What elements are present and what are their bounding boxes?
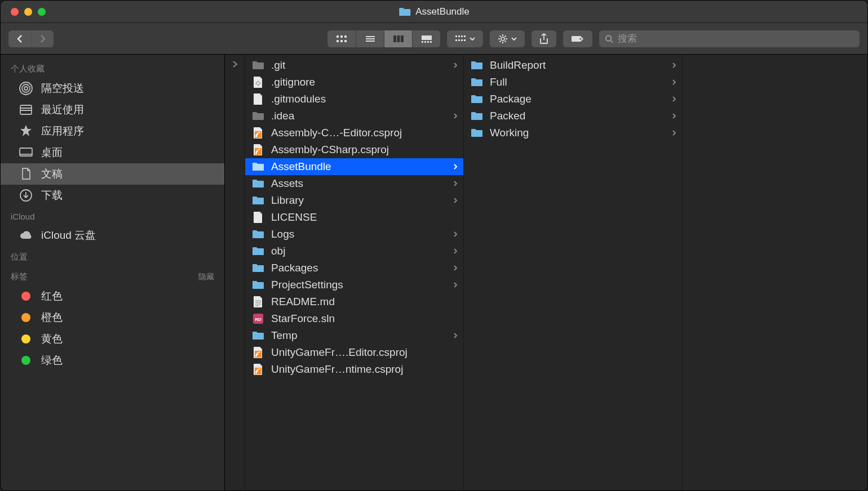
sidebar-item-label: 隔空投送: [41, 81, 84, 96]
column-browser: .git.gitignore.gitmodules.ideaAssembly-C…: [225, 55, 867, 490]
file-row[interactable]: .idea: [245, 108, 463, 124]
chevron-right-icon: [450, 180, 458, 187]
sidebar: 个人收藏隔空投送最近使用应用程序桌面文稿下载iCloudiCloud 云盘位置标…: [1, 55, 225, 490]
folder-icon: [252, 279, 264, 291]
chevron-down-icon: [511, 37, 517, 41]
view-icons-button[interactable]: [327, 30, 356, 47]
file-label: Library: [271, 194, 443, 207]
sidebar-item-desktop[interactable]: 桌面: [1, 142, 224, 163]
share-button[interactable]: [532, 30, 556, 47]
folder-gray-icon: [252, 110, 264, 122]
file-row[interactable]: Library: [245, 192, 463, 209]
search-box[interactable]: [599, 30, 860, 47]
svg-rect-22: [458, 39, 460, 41]
sidebar-item-label: 黄色: [41, 332, 63, 346]
sidebar-item-documents[interactable]: 文稿: [1, 163, 224, 185]
file-row[interactable]: Assembly-C…-Editor.csproj: [245, 124, 463, 141]
svg-rect-40: [20, 105, 32, 114]
file-row[interactable]: Assembly-CSharp.csproj: [245, 141, 463, 158]
folder-icon: [252, 262, 264, 274]
tag-button[interactable]: [563, 30, 592, 47]
sidebar-item-recents[interactable]: 最近使用: [1, 99, 224, 120]
text-file-icon: [252, 296, 264, 308]
folder-icon: [252, 160, 264, 173]
folder-icon: [471, 76, 483, 88]
file-row[interactable]: Temp: [245, 327, 463, 344]
nav-group: [8, 30, 54, 47]
file-row[interactable]: .gitmodules: [245, 91, 463, 108]
svg-point-34: [580, 38, 582, 39]
sidebar-item-airdrop[interactable]: 隔空投送: [1, 78, 224, 99]
file-row[interactable]: Packages: [245, 260, 463, 276]
sidebar-item-icloud-drive[interactable]: iCloud 云盘: [1, 225, 224, 246]
action-menu-button[interactable]: [490, 30, 525, 47]
sidebar-item-tag-green[interactable]: 绿色: [1, 350, 224, 371]
downloads-icon: [19, 188, 33, 203]
file-row[interactable]: Full: [464, 74, 682, 91]
rss-file-icon: [252, 144, 264, 156]
file-row[interactable]: Working: [464, 124, 682, 141]
group-by-button[interactable]: [447, 30, 483, 47]
sidebar-item-label: 桌面: [41, 145, 63, 160]
svg-rect-12: [422, 35, 432, 40]
search-icon: [605, 34, 613, 43]
svg-point-62: [256, 355, 257, 356]
file-row[interactable]: UnityGameFr…ntime.csproj: [245, 361, 463, 378]
parent-column-nav[interactable]: [225, 55, 245, 490]
svg-line-31: [505, 41, 506, 42]
file-row[interactable]: Logs: [245, 226, 463, 243]
chevron-right-icon: [450, 231, 458, 238]
sidebar-item-label: 橙色: [41, 310, 63, 325]
file-row[interactable]: Packed: [464, 108, 682, 124]
view-gallery-button[interactable]: [412, 30, 440, 47]
svg-rect-16: [430, 41, 432, 43]
file-row[interactable]: Package: [464, 91, 682, 108]
cloud-icon: [19, 228, 33, 243]
folder-icon: [471, 59, 483, 72]
file-label: .git: [271, 59, 443, 72]
forward-button[interactable]: [31, 30, 54, 47]
file-label: Assembly-C…-Editor.csproj: [271, 127, 443, 139]
file-label: Assembly-CSharp.csproj: [271, 144, 443, 156]
view-columns-button[interactable]: [384, 30, 412, 47]
documents-icon: [19, 167, 33, 181]
svg-rect-2: [344, 35, 347, 38]
close-window-button[interactable]: [11, 8, 19, 16]
file-row[interactable]: Assets: [245, 175, 463, 192]
file-row[interactable]: RDStarForce.sln: [245, 310, 463, 327]
svg-rect-18: [458, 35, 460, 37]
search-input[interactable]: [618, 33, 854, 44]
sidebar-item-applications[interactable]: 应用程序: [1, 120, 224, 142]
file-row[interactable]: UnityGameFr….Editor.csproj: [245, 344, 463, 361]
chevron-right-icon: [450, 197, 458, 204]
svg-rect-24: [464, 39, 466, 41]
file-row[interactable]: obj: [245, 243, 463, 260]
file-row[interactable]: .gitignore: [245, 74, 463, 91]
svg-rect-9: [393, 35, 396, 42]
svg-line-36: [610, 40, 613, 42]
folder-icon: [471, 127, 483, 139]
maximize-window-button[interactable]: [38, 8, 46, 16]
file-row[interactable]: README.md: [245, 293, 463, 310]
sidebar-item-downloads[interactable]: 下载: [1, 185, 224, 206]
file-row[interactable]: LICENSE: [245, 209, 463, 226]
file-row[interactable]: BuildReport: [464, 57, 682, 74]
folder-icon: [471, 110, 483, 122]
sidebar-section-header: 位置: [1, 246, 224, 266]
sidebar-item-tag-orange[interactable]: 橙色: [1, 307, 224, 328]
svg-line-33: [505, 35, 506, 37]
sidebar-item-tag-yellow[interactable]: 黄色: [1, 328, 224, 350]
sidebar-hide-link[interactable]: 隐藏: [198, 272, 214, 282]
file-row[interactable]: ProjectSettings: [245, 276, 463, 293]
svg-rect-23: [461, 39, 463, 41]
back-button[interactable]: [8, 30, 31, 47]
titlebar: AssetBundle: [1, 1, 867, 23]
minimize-window-button[interactable]: [24, 8, 32, 16]
sidebar-item-tag-red[interactable]: 红色: [1, 285, 224, 307]
view-list-button[interactable]: [356, 30, 384, 47]
svg-rect-17: [455, 35, 457, 37]
finder-window: AssetBundle: [0, 0, 868, 491]
airdrop-icon: [19, 81, 33, 96]
file-row[interactable]: .git: [245, 57, 463, 74]
file-row[interactable]: AssetBundle: [245, 158, 463, 175]
